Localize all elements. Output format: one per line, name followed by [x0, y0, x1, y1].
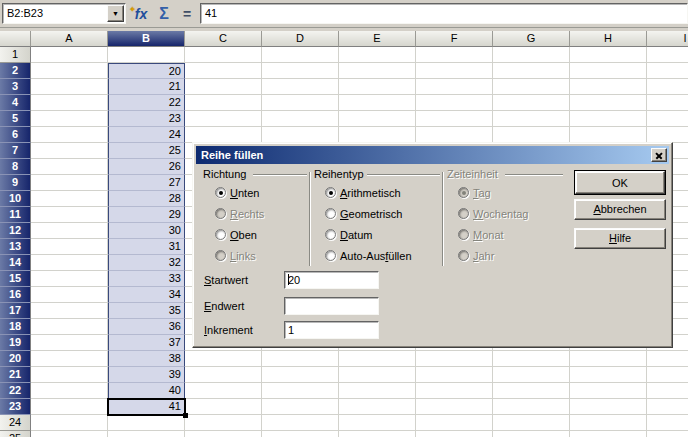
cell-I25[interactable]: [647, 431, 688, 437]
cell-B10[interactable]: 28: [108, 191, 185, 207]
cell-G23[interactable]: [493, 399, 570, 415]
cell-A11[interactable]: [31, 207, 108, 223]
cell-B22[interactable]: 40: [108, 383, 185, 399]
cell-I20[interactable]: [647, 351, 688, 367]
cell-C23[interactable]: [185, 399, 262, 415]
cell-E4[interactable]: [339, 95, 416, 111]
cell-B24[interactable]: [108, 415, 185, 431]
cell-G25[interactable]: [493, 431, 570, 437]
cell-F20[interactable]: [416, 351, 493, 367]
cell-A6[interactable]: [31, 127, 108, 143]
cell-C4[interactable]: [185, 95, 262, 111]
cell-C25[interactable]: [185, 431, 262, 437]
cell-B8[interactable]: 26: [108, 159, 185, 175]
cell-H23[interactable]: [570, 399, 647, 415]
cell-I23[interactable]: [647, 399, 688, 415]
cell-C1[interactable]: [185, 47, 262, 63]
column-header-C[interactable]: C: [185, 31, 262, 47]
cell-H5[interactable]: [570, 111, 647, 127]
cell-A2[interactable]: [31, 63, 108, 79]
end-value-input[interactable]: [284, 297, 379, 315]
cell-F22[interactable]: [416, 383, 493, 399]
cell-A16[interactable]: [31, 287, 108, 303]
row-header-10[interactable]: 10: [0, 191, 31, 207]
cell-G22[interactable]: [493, 383, 570, 399]
cell-F24[interactable]: [416, 415, 493, 431]
cell-H3[interactable]: [570, 79, 647, 95]
cell-E1[interactable]: [339, 47, 416, 63]
cell-I6[interactable]: [647, 127, 688, 143]
cell-A21[interactable]: [31, 367, 108, 383]
cell-A18[interactable]: [31, 319, 108, 335]
cell-B12[interactable]: 30: [108, 223, 185, 239]
cell-B4[interactable]: 22: [108, 95, 185, 111]
cell-D22[interactable]: [262, 383, 339, 399]
cell-H21[interactable]: [570, 367, 647, 383]
cell-B21[interactable]: 39: [108, 367, 185, 383]
cell-A17[interactable]: [31, 303, 108, 319]
cell-A7[interactable]: [31, 143, 108, 159]
row-header-3[interactable]: 3: [0, 79, 31, 95]
cell-E3[interactable]: [339, 79, 416, 95]
row-header-23[interactable]: 23: [0, 399, 31, 415]
row-header-20[interactable]: 20: [0, 351, 31, 367]
column-header-G[interactable]: G: [493, 31, 570, 47]
cell-G2[interactable]: [493, 63, 570, 79]
cell-A24[interactable]: [31, 415, 108, 431]
select-all-corner[interactable]: [0, 31, 31, 47]
cell-F21[interactable]: [416, 367, 493, 383]
cell-A15[interactable]: [31, 271, 108, 287]
cell-B17[interactable]: 35: [108, 303, 185, 319]
function-wizard-icon[interactable]: ✦fx: [131, 4, 151, 24]
row-header-13[interactable]: 13: [0, 239, 31, 255]
row-header-16[interactable]: 16: [0, 287, 31, 303]
column-header-E[interactable]: E: [339, 31, 416, 47]
cell-G20[interactable]: [493, 351, 570, 367]
cell-A19[interactable]: [31, 335, 108, 351]
help-button[interactable]: Hilfe: [574, 228, 666, 249]
cell-E25[interactable]: [339, 431, 416, 437]
cell-H6[interactable]: [570, 127, 647, 143]
sum-icon[interactable]: Σ: [154, 4, 174, 24]
row-header-6[interactable]: 6: [0, 127, 31, 143]
cell-F1[interactable]: [416, 47, 493, 63]
cell-A4[interactable]: [31, 95, 108, 111]
cell-I21[interactable]: [647, 367, 688, 383]
formula-equals-icon[interactable]: =: [178, 4, 196, 24]
cell-F3[interactable]: [416, 79, 493, 95]
cell-F25[interactable]: [416, 431, 493, 437]
column-header-A[interactable]: A: [31, 31, 108, 47]
cell-B18[interactable]: 36: [108, 319, 185, 335]
cell-G21[interactable]: [493, 367, 570, 383]
cell-D5[interactable]: [262, 111, 339, 127]
cell-I22[interactable]: [647, 383, 688, 399]
cell-I4[interactable]: [647, 95, 688, 111]
cell-I3[interactable]: [647, 79, 688, 95]
cell-E5[interactable]: [339, 111, 416, 127]
cell-H1[interactable]: [570, 47, 647, 63]
cell-H20[interactable]: [570, 351, 647, 367]
cell-G24[interactable]: [493, 415, 570, 431]
cell-B20[interactable]: 38: [108, 351, 185, 367]
row-header-25[interactable]: 25: [0, 431, 31, 437]
cell-F4[interactable]: [416, 95, 493, 111]
cell-I2[interactable]: [647, 63, 688, 79]
cell-A23[interactable]: [31, 399, 108, 415]
cell-A3[interactable]: [31, 79, 108, 95]
cell-F5[interactable]: [416, 111, 493, 127]
column-header-F[interactable]: F: [416, 31, 493, 47]
cell-A14[interactable]: [31, 255, 108, 271]
cell-A10[interactable]: [31, 191, 108, 207]
column-header-D[interactable]: D: [262, 31, 339, 47]
row-header-1[interactable]: 1: [0, 47, 31, 63]
cell-D21[interactable]: [262, 367, 339, 383]
cell-F23[interactable]: [416, 399, 493, 415]
cell-G4[interactable]: [493, 95, 570, 111]
close-icon[interactable]: [651, 148, 667, 162]
cell-A9[interactable]: [31, 175, 108, 191]
cell-D4[interactable]: [262, 95, 339, 111]
cell-B1[interactable]: [108, 47, 185, 63]
cell-C5[interactable]: [185, 111, 262, 127]
cell-B11[interactable]: 29: [108, 207, 185, 223]
cell-A5[interactable]: [31, 111, 108, 127]
